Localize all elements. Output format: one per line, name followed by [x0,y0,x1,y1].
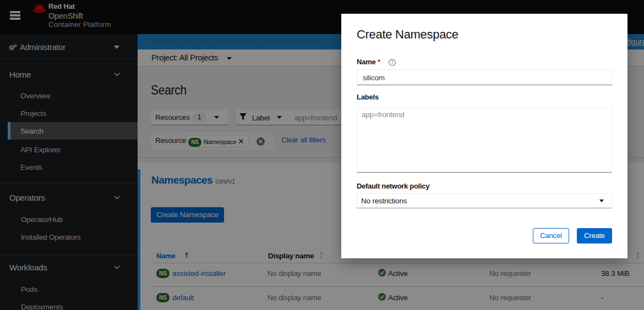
svg-text:?: ? [391,59,394,65]
